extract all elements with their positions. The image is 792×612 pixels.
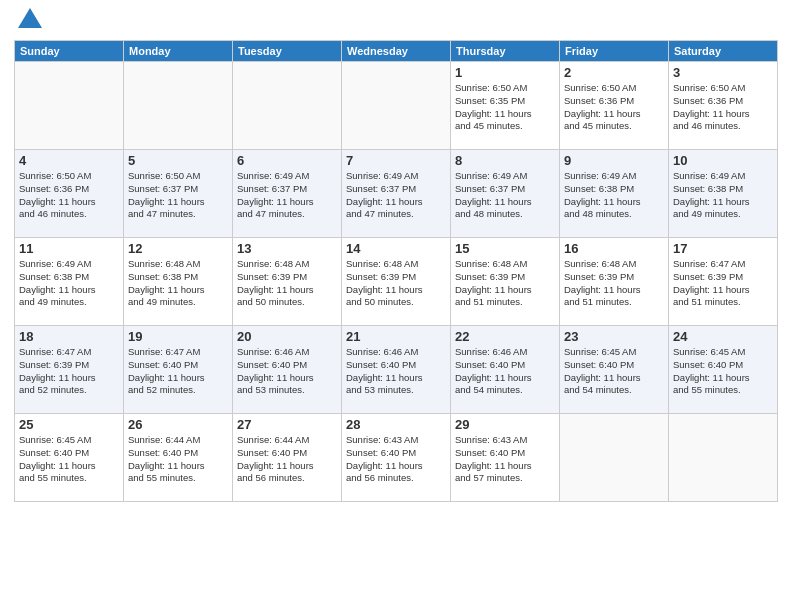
calendar-cell: 17Sunrise: 6:47 AM Sunset: 6:39 PM Dayli… — [669, 238, 778, 326]
calendar-cell: 9Sunrise: 6:49 AM Sunset: 6:38 PM Daylig… — [560, 150, 669, 238]
day-info: Sunrise: 6:48 AM Sunset: 6:38 PM Dayligh… — [128, 258, 228, 309]
day-info: Sunrise: 6:44 AM Sunset: 6:40 PM Dayligh… — [237, 434, 337, 485]
day-info: Sunrise: 6:43 AM Sunset: 6:40 PM Dayligh… — [346, 434, 446, 485]
weekday-header-monday: Monday — [124, 41, 233, 62]
day-info: Sunrise: 6:49 AM Sunset: 6:38 PM Dayligh… — [673, 170, 773, 221]
calendar-cell: 25Sunrise: 6:45 AM Sunset: 6:40 PM Dayli… — [15, 414, 124, 502]
day-number: 4 — [19, 153, 119, 168]
logo-icon — [16, 6, 44, 34]
calendar-cell: 27Sunrise: 6:44 AM Sunset: 6:40 PM Dayli… — [233, 414, 342, 502]
day-info: Sunrise: 6:46 AM Sunset: 6:40 PM Dayligh… — [346, 346, 446, 397]
calendar-cell: 7Sunrise: 6:49 AM Sunset: 6:37 PM Daylig… — [342, 150, 451, 238]
calendar-cell: 18Sunrise: 6:47 AM Sunset: 6:39 PM Dayli… — [15, 326, 124, 414]
day-info: Sunrise: 6:43 AM Sunset: 6:40 PM Dayligh… — [455, 434, 555, 485]
weekday-header-wednesday: Wednesday — [342, 41, 451, 62]
day-number: 29 — [455, 417, 555, 432]
day-info: Sunrise: 6:47 AM Sunset: 6:39 PM Dayligh… — [673, 258, 773, 309]
day-number: 19 — [128, 329, 228, 344]
calendar-cell: 20Sunrise: 6:46 AM Sunset: 6:40 PM Dayli… — [233, 326, 342, 414]
day-number: 12 — [128, 241, 228, 256]
day-info: Sunrise: 6:48 AM Sunset: 6:39 PM Dayligh… — [564, 258, 664, 309]
calendar-cell: 16Sunrise: 6:48 AM Sunset: 6:39 PM Dayli… — [560, 238, 669, 326]
day-info: Sunrise: 6:47 AM Sunset: 6:40 PM Dayligh… — [128, 346, 228, 397]
day-info: Sunrise: 6:50 AM Sunset: 6:36 PM Dayligh… — [19, 170, 119, 221]
calendar-cell: 21Sunrise: 6:46 AM Sunset: 6:40 PM Dayli… — [342, 326, 451, 414]
day-info: Sunrise: 6:50 AM Sunset: 6:36 PM Dayligh… — [564, 82, 664, 133]
logo — [14, 10, 44, 34]
day-number: 2 — [564, 65, 664, 80]
calendar-week-row: 1Sunrise: 6:50 AM Sunset: 6:35 PM Daylig… — [15, 62, 778, 150]
calendar-cell: 10Sunrise: 6:49 AM Sunset: 6:38 PM Dayli… — [669, 150, 778, 238]
day-info: Sunrise: 6:48 AM Sunset: 6:39 PM Dayligh… — [455, 258, 555, 309]
day-number: 6 — [237, 153, 337, 168]
day-info: Sunrise: 6:49 AM Sunset: 6:38 PM Dayligh… — [564, 170, 664, 221]
weekday-header-saturday: Saturday — [669, 41, 778, 62]
calendar-cell — [342, 62, 451, 150]
day-number: 9 — [564, 153, 664, 168]
day-number: 23 — [564, 329, 664, 344]
day-info: Sunrise: 6:50 AM Sunset: 6:35 PM Dayligh… — [455, 82, 555, 133]
calendar-cell: 26Sunrise: 6:44 AM Sunset: 6:40 PM Dayli… — [124, 414, 233, 502]
calendar-cell: 15Sunrise: 6:48 AM Sunset: 6:39 PM Dayli… — [451, 238, 560, 326]
calendar-week-row: 25Sunrise: 6:45 AM Sunset: 6:40 PM Dayli… — [15, 414, 778, 502]
day-number: 13 — [237, 241, 337, 256]
calendar-cell: 29Sunrise: 6:43 AM Sunset: 6:40 PM Dayli… — [451, 414, 560, 502]
calendar-cell: 1Sunrise: 6:50 AM Sunset: 6:35 PM Daylig… — [451, 62, 560, 150]
day-info: Sunrise: 6:47 AM Sunset: 6:39 PM Dayligh… — [19, 346, 119, 397]
day-info: Sunrise: 6:46 AM Sunset: 6:40 PM Dayligh… — [455, 346, 555, 397]
day-info: Sunrise: 6:50 AM Sunset: 6:37 PM Dayligh… — [128, 170, 228, 221]
day-number: 21 — [346, 329, 446, 344]
calendar-week-row: 11Sunrise: 6:49 AM Sunset: 6:38 PM Dayli… — [15, 238, 778, 326]
calendar-cell — [233, 62, 342, 150]
calendar-cell: 8Sunrise: 6:49 AM Sunset: 6:37 PM Daylig… — [451, 150, 560, 238]
calendar-cell — [669, 414, 778, 502]
day-info: Sunrise: 6:49 AM Sunset: 6:37 PM Dayligh… — [346, 170, 446, 221]
day-number: 17 — [673, 241, 773, 256]
day-number: 11 — [19, 241, 119, 256]
weekday-header-thursday: Thursday — [451, 41, 560, 62]
day-info: Sunrise: 6:45 AM Sunset: 6:40 PM Dayligh… — [564, 346, 664, 397]
calendar-cell: 12Sunrise: 6:48 AM Sunset: 6:38 PM Dayli… — [124, 238, 233, 326]
calendar-week-row: 18Sunrise: 6:47 AM Sunset: 6:39 PM Dayli… — [15, 326, 778, 414]
calendar-cell: 5Sunrise: 6:50 AM Sunset: 6:37 PM Daylig… — [124, 150, 233, 238]
day-info: Sunrise: 6:49 AM Sunset: 6:37 PM Dayligh… — [455, 170, 555, 221]
calendar-cell: 14Sunrise: 6:48 AM Sunset: 6:39 PM Dayli… — [342, 238, 451, 326]
day-number: 7 — [346, 153, 446, 168]
calendar-cell — [15, 62, 124, 150]
calendar-week-row: 4Sunrise: 6:50 AM Sunset: 6:36 PM Daylig… — [15, 150, 778, 238]
day-number: 26 — [128, 417, 228, 432]
day-number: 28 — [346, 417, 446, 432]
calendar-cell: 24Sunrise: 6:45 AM Sunset: 6:40 PM Dayli… — [669, 326, 778, 414]
day-number: 22 — [455, 329, 555, 344]
svg-marker-0 — [18, 8, 42, 28]
day-number: 14 — [346, 241, 446, 256]
day-number: 15 — [455, 241, 555, 256]
day-info: Sunrise: 6:45 AM Sunset: 6:40 PM Dayligh… — [673, 346, 773, 397]
day-info: Sunrise: 6:48 AM Sunset: 6:39 PM Dayligh… — [346, 258, 446, 309]
calendar-cell: 2Sunrise: 6:50 AM Sunset: 6:36 PM Daylig… — [560, 62, 669, 150]
day-info: Sunrise: 6:44 AM Sunset: 6:40 PM Dayligh… — [128, 434, 228, 485]
weekday-header-friday: Friday — [560, 41, 669, 62]
calendar-cell — [124, 62, 233, 150]
day-number: 25 — [19, 417, 119, 432]
calendar-cell: 4Sunrise: 6:50 AM Sunset: 6:36 PM Daylig… — [15, 150, 124, 238]
day-info: Sunrise: 6:49 AM Sunset: 6:37 PM Dayligh… — [237, 170, 337, 221]
day-info: Sunrise: 6:50 AM Sunset: 6:36 PM Dayligh… — [673, 82, 773, 133]
calendar-table: SundayMondayTuesdayWednesdayThursdayFrid… — [14, 40, 778, 502]
day-info: Sunrise: 6:49 AM Sunset: 6:38 PM Dayligh… — [19, 258, 119, 309]
day-number: 27 — [237, 417, 337, 432]
day-number: 20 — [237, 329, 337, 344]
calendar-cell: 11Sunrise: 6:49 AM Sunset: 6:38 PM Dayli… — [15, 238, 124, 326]
day-number: 18 — [19, 329, 119, 344]
page-header — [14, 10, 778, 34]
day-info: Sunrise: 6:45 AM Sunset: 6:40 PM Dayligh… — [19, 434, 119, 485]
calendar-cell: 6Sunrise: 6:49 AM Sunset: 6:37 PM Daylig… — [233, 150, 342, 238]
calendar-cell: 22Sunrise: 6:46 AM Sunset: 6:40 PM Dayli… — [451, 326, 560, 414]
day-number: 3 — [673, 65, 773, 80]
weekday-header-row: SundayMondayTuesdayWednesdayThursdayFrid… — [15, 41, 778, 62]
calendar-cell — [560, 414, 669, 502]
day-info: Sunrise: 6:46 AM Sunset: 6:40 PM Dayligh… — [237, 346, 337, 397]
calendar-cell: 19Sunrise: 6:47 AM Sunset: 6:40 PM Dayli… — [124, 326, 233, 414]
day-number: 5 — [128, 153, 228, 168]
weekday-header-sunday: Sunday — [15, 41, 124, 62]
